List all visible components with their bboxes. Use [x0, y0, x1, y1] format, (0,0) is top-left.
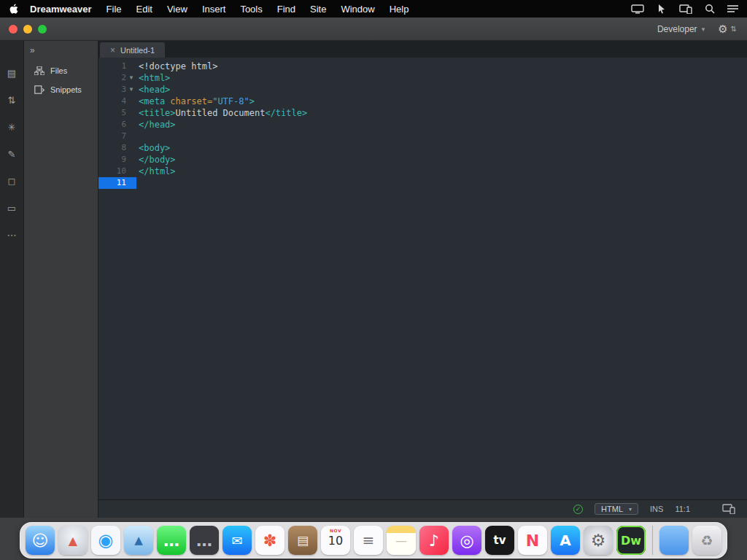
apple-menu-icon[interactable]	[9, 4, 18, 15]
mail-dock-icon[interactable]: ✉	[222, 526, 252, 555]
close-tab-icon[interactable]: ×	[110, 45, 115, 55]
macos-menu-bar: Dreamweaver FileEditViewInsertToolsFindS…	[0, 0, 747, 18]
tv-dock-icon[interactable]: tv	[485, 526, 514, 555]
preview-dock-icon[interactable]: ▲	[124, 526, 153, 555]
dreamweaver-dock-icon[interactable]: Dw	[616, 526, 646, 555]
sidebar-item-files[interactable]: Files	[24, 61, 98, 80]
file-transfer-icon[interactable]: ⇅	[8, 96, 16, 105]
snippets-icon	[34, 85, 44, 94]
menu-find[interactable]: Find	[270, 4, 303, 15]
list-view-icon[interactable]	[727, 4, 738, 13]
code-line[interactable]: 8<body>	[98, 142, 747, 154]
line-gutter: 1	[98, 61, 136, 72]
menu-tools[interactable]: Tools	[233, 4, 269, 15]
finder-glyph: ☺	[32, 532, 49, 550]
display-mirroring-icon[interactable]	[631, 4, 644, 14]
safari-glyph: ◉	[98, 530, 114, 551]
comments-icon[interactable]: ◻	[8, 176, 16, 186]
menu-insert[interactable]: Insert	[195, 4, 233, 15]
panel-collapse-button[interactable]: »	[24, 44, 98, 61]
safari-dock-icon[interactable]: ◉	[91, 526, 120, 555]
code-editor[interactable]: 1<!doctype html>2▼<html>3▼<head>4<meta c…	[98, 58, 747, 499]
workspace-label: Developer	[657, 24, 697, 34]
menu-app-name[interactable]: Dreamweaver	[23, 4, 99, 15]
sidebar-item-snippets[interactable]: Snippets	[24, 80, 98, 99]
menu-help[interactable]: Help	[382, 4, 417, 15]
code-line[interactable]: 2▼<html>	[98, 72, 747, 84]
style-brush-icon[interactable]: ✎	[8, 149, 16, 159]
news-dock-icon[interactable]: N	[518, 526, 547, 555]
document-icon[interactable]: ▤	[7, 69, 16, 78]
journal-dock-icon[interactable]: ▤	[288, 526, 317, 555]
left-toolbar: ▤⇅✳✎◻▭⋯	[0, 41, 24, 518]
device-preview-icon[interactable]	[722, 504, 735, 514]
preview-glyph: ▲	[134, 534, 143, 547]
menu-site[interactable]: Site	[303, 4, 333, 15]
reminders-glyph: ≡	[363, 532, 375, 549]
code-line[interactable]: 11	[98, 177, 747, 189]
device-manager-icon[interactable]	[679, 4, 692, 14]
music-dock-icon[interactable]: ♪	[419, 526, 449, 555]
reports-icon[interactable]: ▭	[7, 203, 16, 213]
menu-view[interactable]: View	[160, 4, 195, 15]
code-line[interactable]: 3▼<head>	[98, 84, 747, 96]
language-select[interactable]: HTML ▾	[595, 503, 638, 515]
extract-icon[interactable]: ✳	[8, 122, 16, 132]
menu-window[interactable]: Window	[333, 4, 382, 15]
chevron-down-icon: ▾	[702, 26, 705, 33]
workspace-switcher[interactable]: Developer ▾	[657, 24, 705, 34]
app-store-glyph: A	[560, 532, 570, 549]
search-icon[interactable]	[705, 4, 715, 14]
line-gutter: 9	[98, 154, 136, 166]
language-value: HTML	[601, 505, 623, 513]
sidebar-item-label: Files	[50, 66, 67, 75]
downloads-folder-dock-icon[interactable]	[659, 526, 689, 555]
close-window-button[interactable]	[9, 25, 18, 34]
sync-settings-button[interactable]: ⚙⇅	[718, 23, 738, 36]
code-line[interactable]: 10</html>	[98, 166, 747, 177]
photos-dock-icon[interactable]: ✽	[255, 526, 285, 555]
facetime-glyph: …	[196, 532, 212, 550]
menu-bar-status-icons	[631, 4, 738, 14]
window-title-bar: Developer ▾ ⚙⇅	[0, 18, 747, 41]
finder-dock-icon[interactable]: ☺	[26, 526, 55, 555]
code-line[interactable]: 9</body>	[98, 154, 747, 166]
reminders-dock-icon[interactable]: ≡	[354, 526, 383, 555]
music-glyph: ♪	[429, 532, 439, 550]
pointer-tool-icon[interactable]	[657, 4, 667, 14]
menu-file[interactable]: File	[99, 4, 129, 15]
app-store-dock-icon[interactable]: A	[551, 526, 580, 555]
messages-dock-icon[interactable]: …	[157, 526, 186, 555]
facetime-dock-icon[interactable]: …	[190, 526, 219, 555]
messages-glyph: …	[163, 532, 179, 550]
trash-dock-icon[interactable]: ♻	[692, 526, 721, 555]
podcasts-dock-icon[interactable]: ◎	[452, 526, 481, 555]
line-gutter: 4	[98, 96, 136, 107]
code-line[interactable]: 5<title>Untitled Document</title>	[98, 107, 747, 119]
code-line[interactable]: 1<!doctype html>	[98, 61, 747, 72]
tv-glyph: tv	[494, 534, 506, 547]
settings-dock-icon[interactable]: ⚙	[584, 526, 613, 555]
menu-edit[interactable]: Edit	[129, 4, 160, 15]
document-tab-bar: × Untitled-1	[98, 41, 747, 58]
minimize-window-button[interactable]	[23, 25, 32, 34]
notes-dock-icon[interactable]: —	[387, 526, 416, 555]
document-tab[interactable]: × Untitled-1	[100, 42, 165, 58]
launchpad-dock-icon[interactable]: ▲	[58, 526, 88, 555]
calendar-dock-icon[interactable]: NOV10	[321, 526, 350, 555]
settings-glyph: ⚙	[591, 531, 606, 550]
code-line[interactable]: 6</head>	[98, 119, 747, 131]
code-fold-icon[interactable]: ▼	[126, 84, 136, 96]
more-options-icon[interactable]: ⋯	[7, 230, 17, 240]
sync-arrows-icon: ⇅	[731, 25, 738, 33]
zoom-window-button[interactable]	[38, 25, 47, 34]
insert-mode-indicator: INS	[650, 505, 663, 513]
code-line[interactable]: 4<meta charset="UTF-8">	[98, 96, 747, 107]
code-line[interactable]: 7	[98, 131, 747, 142]
code-fold-icon[interactable]: ▼	[126, 72, 136, 84]
dock-separator	[652, 526, 653, 555]
line-gutter: 6	[98, 119, 136, 131]
trash-glyph: ♻	[700, 532, 713, 548]
main-area: ▤⇅✳✎◻▭⋯ » Files Snippets × Untitled-1	[0, 41, 747, 518]
current-line-gutter: 11	[98, 177, 136, 189]
